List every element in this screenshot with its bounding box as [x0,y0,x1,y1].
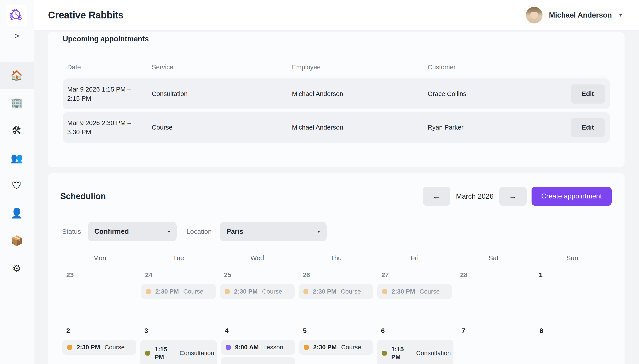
sidebar-nav: 🏠🏢🛠👥🛡👤📦⚙ [0,53,34,282]
appointments-table-header: Date Service Employee Customer [63,64,610,76]
calendar-day-cell: 22:30 PMCourse [60,327,138,355]
day-number: 26 [299,271,373,279]
arrow-right-icon: → [509,192,517,201]
calendar-day-cell: 31:15 PMConsultation [138,327,219,364]
calendar-day-cell: 28 [454,271,533,279]
calendar-day-cell: 8 [534,327,612,334]
table-bottom-divider [63,147,610,147]
event-service: Course [341,344,361,351]
calendar-day-cell: 252:30 PMCourse [218,271,297,299]
event-service: Course [262,288,282,295]
sidebar-item-home[interactable]: 🏠 [0,62,34,89]
status-select-value: Confirmed [94,228,129,236]
sidebar-item-services[interactable]: 🛠 [0,117,34,144]
event-color-dot [303,289,308,294]
day-number: 8 [536,327,610,334]
day-number: 23 [62,271,137,279]
event-color-dot [226,345,231,350]
calendar-day-cell: 61:15 PMConsultation [375,327,456,364]
calendar-grid: 23242:30 PMCourse252:30 PMCourse262:30 P… [60,271,612,364]
weekday-label: Sat [454,254,533,262]
event-service: Course [183,288,203,295]
prev-month-button[interactable]: ← [423,187,450,206]
sidebar-item-products[interactable]: 📦 [0,227,34,254]
schedule-card: Schedulion ← March 2026 → Create appoint… [48,173,625,364]
sidebar-item-security[interactable]: 🛡 [0,172,34,199]
sidebar-item-employees[interactable]: 👥 [0,144,34,172]
event-chip[interactable]: 2:30 PMCourse [377,284,452,299]
event-service: Course [341,288,361,295]
event-chip[interactable]: 2:30 PMCourse [62,340,136,355]
event-service: Consultation [416,350,451,357]
calendar-week-row: 22:30 PMCourse31:15 PMConsultation49:00 … [60,327,612,364]
event-chip[interactable]: 2:30 PMCourse [299,340,373,355]
day-events: 2:30 PMCourse [299,284,373,299]
event-color-dot [67,345,72,350]
sidebar-item-customers[interactable]: 👤 [0,199,34,227]
day-events: 2:30 PMCourse [220,284,295,299]
event-time: 2:30 PM [234,288,258,295]
event-service: Course [105,344,125,351]
main-area: Creative Rabbits Michael Anderson ▼ Upco… [34,0,639,364]
event-chip[interactable]: 2:30 PMCourse [141,284,216,299]
event-color-dot [382,289,387,294]
sidebar-item-company[interactable]: 🏢 [0,89,34,117]
user-menu[interactable]: Michael Anderson ▼ [526,7,623,24]
appointments-table-body: Mar 9 2026 1:15 PM –2:15 PMConsultationM… [63,78,610,143]
location-select[interactable]: Paris ▾ [220,222,327,241]
day-number: 27 [377,271,452,279]
chevron-down-icon[interactable]: ▼ [618,12,623,18]
sidebar-expand-button[interactable]: > [9,29,25,43]
schedule-filters: Status Confirmed ▾ Location Paris ▾ [60,222,612,241]
day-number: 5 [299,327,373,334]
calendar-day-cell: 242:30 PMCourse [139,271,218,299]
appointment-customer: Ryan Parker [428,124,557,131]
event-chip[interactable]: 2:30 PMCourse [299,284,373,299]
event-chip[interactable]: 1:15 PMConsultation [140,340,217,364]
appointment-customer: Grace Collins [428,90,557,98]
weekday-label: Fri [375,254,454,262]
day-events: 1:15 PMConsultation [140,340,217,364]
location-select-value: Paris [227,228,243,236]
event-chip[interactable]: 1:15 PMConsultation [377,340,454,364]
day-events: 2:30 PMCourse [377,284,452,299]
avatar[interactable] [526,7,543,24]
day-events: 9:00 AMLesson [221,340,295,364]
next-month-button[interactable]: → [499,187,527,206]
edit-button[interactable]: Edit [571,84,605,104]
column-header-date: Date [67,64,152,71]
calendar-weekday-header: MonTueWedThuFriSatSun [60,254,612,262]
event-service: Consultation [179,350,214,357]
column-header-employee: Employee [292,64,428,71]
event-color-dot [304,345,309,350]
event-color-dot [225,289,230,294]
day-number: 4 [221,327,295,334]
edit-button[interactable]: Edit [571,118,605,137]
day-number: 3 [140,327,217,334]
event-chip[interactable]: 9:00 AMLesson [221,340,295,355]
event-time: 2:30 PM [313,288,336,295]
security-icon: 🛡 [12,180,22,191]
calendar-week-row: 23242:30 PMCourse252:30 PMCourse262:30 P… [60,271,612,299]
calendar-day-cell: 52:30 PMCourse [297,327,375,355]
appointment-date: Mar 9 2026 2:30 PM –3:30 PM [67,118,152,136]
event-color-dot [145,351,150,356]
status-select[interactable]: Confirmed ▾ [88,222,177,241]
event-chip[interactable]: 2:30 PMCourse [220,284,295,299]
column-header-customer: Customer [428,64,557,71]
topbar: Creative Rabbits Michael Anderson ▼ [34,0,639,30]
event-time: 2:30 PM [77,344,100,351]
calendar-day-cell: 49:00 AMLesson [219,327,297,364]
calendar-day-cell: 7 [456,327,534,334]
column-header-service: Service [152,64,292,71]
day-number: 25 [220,271,295,279]
event-time: 1:15 PM [391,345,412,361]
day-number: 6 [377,327,454,334]
sidebar-item-settings[interactable]: ⚙ [0,254,34,282]
event-time: 9:00 AM [235,344,259,351]
event-color-dot [382,351,387,356]
products-icon: 📦 [11,235,23,246]
create-appointment-button[interactable]: Create appointment [532,187,612,206]
location-filter-label: Location [186,228,211,235]
event-chip-partial[interactable] [221,357,295,364]
